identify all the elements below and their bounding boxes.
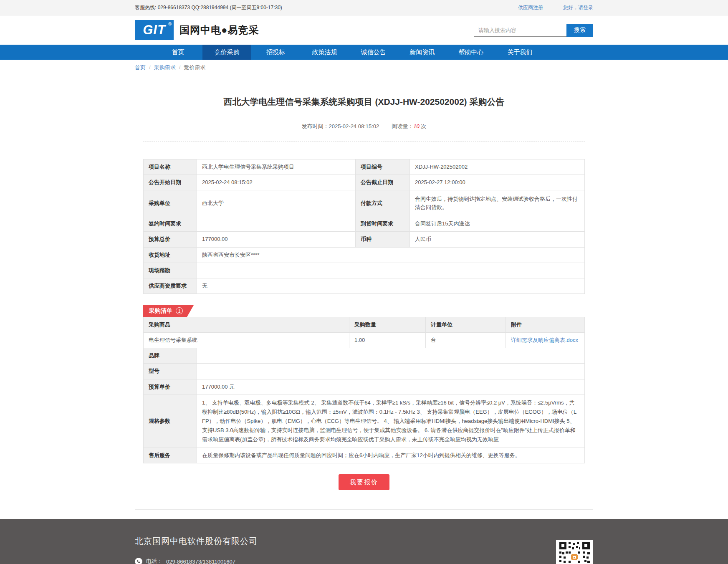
- table-row: 供应商资质要求 无: [144, 278, 585, 293]
- product-qty: 1.00: [349, 333, 426, 348]
- nav-item-news[interactable]: 新闻资讯: [398, 45, 447, 60]
- footer: 北京国网中电软件股份有限公司 电话：029-86618373/138110016…: [0, 519, 728, 564]
- git-logo[interactable]: GIT ®: [135, 20, 174, 40]
- table-row: 电生理信号采集系统 1.00 台 详细需求及响应偏离表.docx: [144, 333, 585, 348]
- product-unit: 台: [426, 333, 506, 348]
- nav-item-bidding-purchase[interactable]: 竞价采购: [202, 45, 251, 60]
- breadcrumb-home[interactable]: 首页: [135, 64, 146, 71]
- views-unit: 次: [421, 123, 426, 129]
- field-value: 人民币: [410, 232, 585, 247]
- field-value: 2025-02-27 12:00:00: [410, 175, 585, 190]
- field-label: 项目名称: [144, 159, 197, 175]
- field-label: 付款方式: [356, 190, 410, 216]
- table-row: 项目名称 西北大学电生理信号采集系统采购项目 项目编号 XDJJ-HW-2025…: [144, 159, 585, 175]
- field-value: [197, 364, 585, 379]
- column-header: 计量单位: [426, 317, 506, 332]
- field-value: [197, 263, 585, 278]
- column-header: 采购商品: [144, 317, 349, 332]
- registered-mark-icon: ®: [168, 21, 172, 26]
- field-value: 西北大学电生理信号采集系统采购项目: [197, 159, 356, 175]
- table-row: 现场踏勘: [144, 263, 585, 278]
- publish-time-value: 2025-02-24 08:15:02: [329, 123, 379, 129]
- page-title: 西北大学电生理信号采集系统采购项目 (XDJJ-HW-202502002) 采购…: [143, 75, 585, 108]
- hotline-text: 客服热线: 029-86618373 QQ:2881944994 (周一至周五9…: [135, 4, 282, 11]
- attachment-link[interactable]: 详细需求及响应偏离表.docx: [511, 337, 578, 343]
- footer-phone-value: 029-86618373/13811001607: [166, 559, 235, 564]
- field-label: 供应商资质要求: [144, 278, 197, 293]
- table-row: 收货地址 陕西省西安市长安区****: [144, 247, 585, 263]
- purchase-list-tag-label: 采购清单: [149, 307, 172, 315]
- field-value: 西北大学: [197, 190, 356, 216]
- column-header: 采购数量: [349, 317, 426, 332]
- nav-item-about[interactable]: 关于我们: [495, 45, 544, 60]
- search-input[interactable]: [474, 24, 566, 37]
- field-value: 合同签订后15天内送达: [410, 216, 585, 232]
- field-label: 采购单位: [144, 190, 197, 216]
- logo-text: GIT: [143, 23, 166, 38]
- views-count: 10: [413, 123, 419, 129]
- table-row: 品牌: [144, 348, 585, 364]
- table-row: 预算总价 177000.00 币种 人民币: [144, 232, 585, 247]
- search-bar: 搜索: [474, 24, 593, 37]
- field-label: 现场踏勘: [144, 263, 197, 278]
- nav-item-home[interactable]: 首页: [154, 45, 202, 60]
- field-value: 无: [197, 278, 585, 293]
- footer-phone-label: 电话：: [146, 558, 162, 564]
- table-row: 签约时间要求 到货时间要求 合同签订后15天内送达: [144, 216, 585, 232]
- table-row: 售后服务 在质量保修期内该设备或产品出现任何质量问题的回应时间；应在6小时内响应…: [144, 448, 585, 463]
- nav-item-integrity[interactable]: 诚信公告: [349, 45, 398, 60]
- nav-item-policy[interactable]: 政策法规: [300, 45, 349, 60]
- nav-item-tender[interactable]: 招投标: [251, 45, 300, 60]
- table-header-row: 采购商品 采购数量 计量单位 附件: [144, 317, 585, 332]
- field-label: 公告截止日期: [356, 175, 410, 190]
- table-row: 采购单位 西北大学 付款方式 合同生效后，待货物到达指定地点、安装调试验收合格后…: [144, 190, 585, 216]
- field-value: XDJJ-HW-202502002: [410, 159, 585, 175]
- field-value: 陕西省西安市长安区****: [197, 247, 585, 263]
- site-name: 国网中电●易竞采: [179, 23, 259, 37]
- product-name: 电生理信号采集系统: [144, 333, 349, 348]
- field-label: 签约时间要求: [144, 216, 197, 232]
- field-value: [197, 348, 585, 364]
- views-label: 阅读量：: [392, 123, 413, 129]
- publish-time-label: 发布时间：: [302, 123, 329, 129]
- main-nav: 首页 竞价采购 招投标 政策法规 诚信公告 新闻资讯 帮助中心 关于我们: [0, 45, 728, 60]
- field-label: 预算单价: [144, 379, 197, 395]
- header: GIT ® 国网中电●易竞采 搜索: [0, 15, 728, 45]
- field-label: 项目编号: [356, 159, 410, 175]
- field-value: 2025-02-24 08:15:02: [197, 175, 356, 190]
- breadcrumb: 首页/采购需求/竞价需求: [135, 60, 593, 75]
- field-label: 售后服务: [144, 448, 197, 463]
- breadcrumb-separator: /: [179, 64, 181, 71]
- field-label: 型号: [144, 364, 197, 379]
- budget-total-value: 177000.00: [197, 232, 356, 247]
- search-button[interactable]: 搜索: [566, 24, 593, 37]
- field-label: 品牌: [144, 348, 197, 364]
- column-header: 附件: [506, 317, 585, 332]
- footer-company-name: 北京国网中电软件股份有限公司: [135, 536, 287, 547]
- table-row: 型号: [144, 364, 585, 379]
- field-label: 到货时间要求: [356, 216, 410, 232]
- unit-price-value: 177000.00 元: [197, 379, 585, 395]
- phone-icon: [135, 558, 142, 564]
- field-label: 预算总价: [144, 232, 197, 247]
- announcement-panel: 西北大学电生理信号采集系统采购项目 (XDJJ-HW-202502002) 采购…: [135, 75, 593, 510]
- supplier-register-link[interactable]: 供应商注册: [518, 4, 543, 11]
- login-link[interactable]: 您好，请登录: [563, 4, 593, 11]
- table-row: 预算单价 177000.00 元: [144, 379, 585, 395]
- topbar: 客服热线: 029-86618373 QQ:2881944994 (周一至周五9…: [0, 0, 728, 15]
- table-row: 公告开始日期 2025-02-24 08:15:02 公告截止日期 2025-0…: [144, 175, 585, 190]
- project-info-table: 项目名称 西北大学电生理信号采集系统采购项目 项目编号 XDJJ-HW-2025…: [143, 159, 585, 294]
- footer-phone-row: 电话：029-86618373/13811001607: [135, 558, 287, 564]
- field-label: 规格参数: [144, 395, 197, 448]
- field-label: 币种: [356, 232, 410, 247]
- purchase-list-table: 采购商品 采购数量 计量单位 附件 电生理信号采集系统 1.00 台 详细需求及…: [143, 317, 585, 463]
- qr-code[interactable]: [556, 540, 593, 564]
- field-value: [197, 216, 356, 232]
- quote-button[interactable]: 我要报价: [339, 474, 389, 490]
- publish-info: 发布时间：2025-02-24 08:15:02阅读量：10 次: [143, 123, 585, 142]
- field-label: 收货地址: [144, 247, 197, 263]
- nav-item-help[interactable]: 帮助中心: [447, 45, 495, 60]
- purchase-list-tag: 采购清单 1: [143, 305, 194, 317]
- breadcrumb-purchase-demand[interactable]: 采购需求: [154, 64, 176, 71]
- breadcrumb-separator: /: [149, 64, 151, 71]
